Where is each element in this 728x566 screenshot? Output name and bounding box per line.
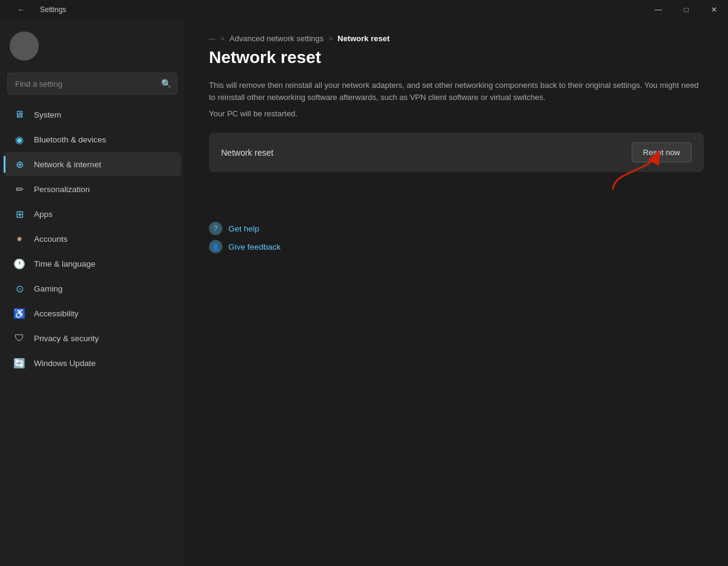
maximize-button[interactable]: □: [672, 0, 700, 19]
network-reset-card: Network reset Reset now: [209, 133, 704, 172]
sidebar-profile: [0, 24, 185, 68]
close-button[interactable]: ✕: [700, 0, 728, 19]
sidebar-item-label-bluetooth: Bluetooth & devices: [34, 135, 106, 144]
minimize-button[interactable]: —: [644, 0, 672, 19]
network-nav-icon: ⊕: [13, 158, 25, 170]
system-nav-icon: 🖥: [13, 108, 25, 121]
sidebar-item-network[interactable]: ⊕Network & internet: [4, 152, 181, 176]
sidebar-item-system[interactable]: 🖥System: [4, 102, 181, 127]
breadcrumb-dots[interactable]: ···: [209, 34, 216, 43]
sidebar-item-label-update: Windows Update: [34, 359, 96, 368]
titlebar: ← Settings — □ ✕: [0, 0, 728, 19]
breadcrumb-sep2: >: [328, 35, 333, 43]
sidebar-item-personalization[interactable]: ✏Personalization: [4, 177, 181, 201]
sidebar-item-privacy[interactable]: 🛡Privacy & security: [4, 326, 181, 350]
give-feedback-label: Give feedback: [228, 242, 280, 251]
give-feedback-icon: 👤: [209, 240, 222, 253]
breadcrumb: ··· > Advanced network settings > Networ…: [209, 34, 704, 43]
apps-nav-icon: ⊞: [13, 208, 25, 220]
give-feedback-link[interactable]: 👤 Give feedback: [209, 240, 704, 253]
get-help-link[interactable]: ? Get help: [209, 222, 704, 235]
sidebar-item-update[interactable]: 🔄Windows Update: [4, 351, 181, 375]
sidebar-item-label-apps: Apps: [34, 210, 53, 219]
sidebar-item-label-network: Network & internet: [34, 160, 101, 169]
sidebar-item-accounts[interactable]: ●Accounts: [4, 227, 181, 251]
sidebar-item-gaming[interactable]: ⊙Gaming: [4, 276, 181, 301]
privacy-nav-icon: 🛡: [13, 332, 25, 344]
accounts-nav-icon: ●: [13, 233, 25, 245]
gaming-nav-icon: ⊙: [13, 282, 25, 295]
annotation-area: [209, 187, 704, 217]
reset-now-button[interactable]: Reset now: [632, 142, 692, 162]
sidebar-search-container: 🔍: [7, 73, 177, 95]
sidebar-item-label-gaming: Gaming: [34, 284, 62, 293]
sidebar-item-label-personalization: Personalization: [34, 185, 90, 194]
back-button[interactable]: ←: [7, 0, 35, 19]
help-links: ? Get help 👤 Give feedback: [209, 222, 704, 253]
description-text: This will remove then reinstall all your…: [209, 79, 704, 103]
sidebar-nav: 🖥System◉Bluetooth & devices⊕Network & in…: [0, 102, 185, 566]
content-area: ··· > Advanced network settings > Networ…: [185, 19, 728, 566]
time-nav-icon: 🕐: [13, 258, 25, 270]
get-help-label: Get help: [228, 224, 259, 233]
sidebar-item-label-system: System: [34, 110, 61, 119]
sidebar: 🔍 🖥System◉Bluetooth & devices⊕Network & …: [0, 19, 185, 566]
sidebar-item-accessibility[interactable]: ♿Accessibility: [4, 301, 181, 325]
sidebar-item-label-time: Time & language: [34, 259, 96, 268]
sidebar-item-label-accounts: Accounts: [34, 235, 68, 244]
app-layout: 🔍 🖥System◉Bluetooth & devices⊕Network & …: [0, 19, 728, 566]
breadcrumb-current: Network reset: [337, 34, 389, 43]
get-help-icon: ?: [209, 222, 222, 235]
search-icon: 🔍: [161, 79, 171, 88]
breadcrumb-sep1: >: [220, 35, 225, 43]
accessibility-nav-icon: ♿: [13, 307, 25, 319]
update-nav-icon: 🔄: [13, 357, 25, 369]
network-reset-label: Network reset: [221, 148, 273, 158]
titlebar-title: Settings: [40, 5, 66, 14]
restart-notice: Your PC will be restarted.: [209, 109, 704, 118]
sidebar-item-label-accessibility: Accessibility: [34, 309, 79, 318]
breadcrumb-link-advanced[interactable]: Advanced network settings: [230, 34, 323, 43]
sidebar-item-time[interactable]: 🕐Time & language: [4, 251, 181, 276]
sidebar-item-bluetooth[interactable]: ◉Bluetooth & devices: [4, 127, 181, 151]
sidebar-item-apps[interactable]: ⊞Apps: [4, 202, 181, 226]
personalization-nav-icon: ✏: [13, 183, 25, 195]
sidebar-item-label-privacy: Privacy & security: [34, 334, 99, 343]
avatar: [10, 32, 39, 61]
bluetooth-nav-icon: ◉: [13, 133, 25, 145]
page-title: Network reset: [209, 48, 704, 67]
search-input[interactable]: [7, 73, 177, 95]
